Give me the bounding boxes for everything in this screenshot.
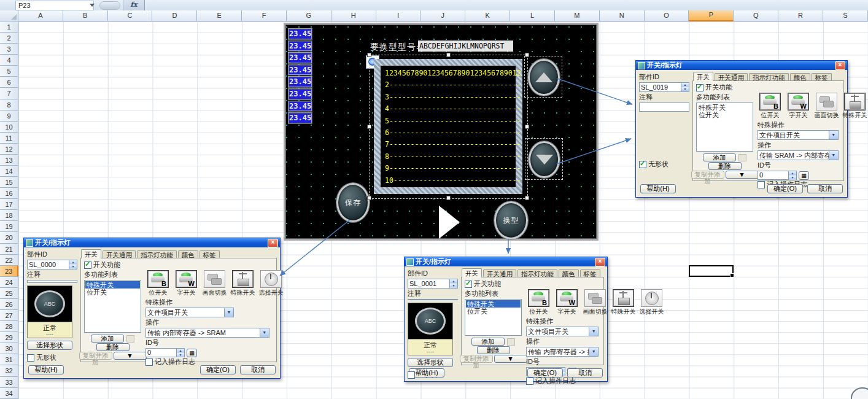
dialog-titlebar[interactable]: 开关/指示灯 × bbox=[405, 257, 607, 266]
delete-button[interactable]: 删除 bbox=[96, 343, 130, 351]
special-operation-select[interactable]: 文件项目开关 ▼ bbox=[145, 308, 234, 317]
row-header[interactable]: 8 bbox=[0, 99, 18, 110]
row-header[interactable]: 6 bbox=[0, 77, 18, 88]
name-box-dropdown-icon[interactable] bbox=[90, 4, 95, 7]
column-header[interactable]: C bbox=[108, 10, 153, 21]
tab-switch[interactable]: 开关 bbox=[462, 268, 482, 277]
chevron-down-icon[interactable]: ▼ bbox=[224, 308, 233, 317]
special-operation-select[interactable]: 文件项目开关 ▼ bbox=[758, 130, 839, 140]
id-number-spinner[interactable]: 0 ▲▼ bbox=[145, 348, 185, 357]
row-header[interactable]: 23 bbox=[0, 266, 18, 277]
screen-change-icon[interactable]: 画面切换 bbox=[814, 93, 839, 120]
selected-cell[interactable] bbox=[689, 265, 734, 277]
selection-handle[interactable] bbox=[367, 53, 371, 57]
row-header[interactable]: 20 bbox=[0, 232, 18, 243]
column-header[interactable]: I bbox=[376, 10, 421, 21]
chevron-down-icon[interactable]: ▼ bbox=[829, 151, 838, 160]
column-header[interactable]: O bbox=[645, 10, 689, 21]
selector-switch-icon[interactable]: 选择开关 bbox=[639, 289, 664, 316]
list-item-special-switch[interactable]: 特殊开关 bbox=[85, 281, 140, 289]
part-id-spinner[interactable]: SL_0001 ▲▼ bbox=[408, 279, 458, 289]
selection-handle[interactable] bbox=[446, 196, 451, 200]
column-header[interactable]: N bbox=[600, 10, 645, 21]
numeric-display[interactable]: 23.45 bbox=[288, 52, 312, 64]
device-browse-icon[interactable]: ▦ bbox=[799, 171, 809, 180]
column-header[interactable]: E bbox=[197, 10, 242, 21]
row-header[interactable]: 13 bbox=[0, 155, 18, 166]
row-header[interactable]: 17 bbox=[0, 199, 18, 210]
copy-add-dropdown-icon[interactable]: ▼ bbox=[114, 352, 147, 360]
file-item-list[interactable]: 123456789012345678901234567890122-------… bbox=[374, 59, 522, 194]
chevron-down-icon[interactable]: ▼ bbox=[589, 347, 598, 356]
chevron-down-icon[interactable]: ▼ bbox=[260, 328, 269, 337]
row-header[interactable]: 11 bbox=[0, 133, 18, 144]
column-header[interactable]: L bbox=[510, 10, 555, 21]
checkbox-icon[interactable] bbox=[758, 181, 765, 188]
selection-handle[interactable] bbox=[367, 196, 371, 200]
ok-button[interactable]: 确定(O) bbox=[527, 368, 563, 378]
comment-input[interactable] bbox=[408, 299, 458, 300]
part-id-spinner[interactable]: SL_0019 ▲▼ bbox=[639, 82, 689, 92]
row-header[interactable]: 12 bbox=[0, 144, 18, 155]
comment-input[interactable] bbox=[27, 280, 77, 283]
column-header[interactable]: D bbox=[152, 10, 197, 21]
help-button[interactable]: 帮助(H) bbox=[640, 184, 676, 193]
column-header[interactable]: K bbox=[465, 10, 510, 21]
row-header[interactable]: 1 bbox=[0, 21, 18, 33]
column-header[interactable]: M bbox=[555, 10, 600, 21]
dialog-titlebar[interactable]: 开关/指示灯 × bbox=[636, 61, 847, 70]
checkbox-icon[interactable] bbox=[465, 281, 472, 288]
scroll-down-button[interactable] bbox=[529, 141, 560, 178]
numeric-display[interactable]: 23.45 bbox=[288, 28, 312, 40]
scroll-up-button[interactable] bbox=[528, 59, 560, 96]
row-header[interactable]: 26 bbox=[0, 299, 18, 310]
spinner-arrows-icon[interactable]: ▲▼ bbox=[681, 83, 689, 91]
special-operation-select[interactable]: 文件项目开关 ▼ bbox=[526, 327, 599, 336]
ok-button[interactable]: 确定(O) bbox=[200, 365, 236, 374]
copy-add-dropdown-icon[interactable]: ▼ bbox=[726, 171, 759, 179]
selector-switch-icon[interactable]: 选择开关 bbox=[258, 270, 284, 297]
operation-select[interactable]: 传输 内部寄存器 -> 控制器/PLC ▼ bbox=[526, 347, 599, 357]
name-box[interactable]: P23 bbox=[15, 1, 94, 10]
selection-handle[interactable] bbox=[367, 125, 371, 129]
bit-switch-icon[interactable]: B 位开关 bbox=[758, 93, 783, 120]
row-header[interactable]: 27 bbox=[0, 310, 18, 321]
switch-function-checkbox[interactable]: 开关功能 bbox=[465, 279, 600, 289]
word-switch-icon[interactable]: W 字开关 bbox=[786, 93, 811, 120]
add-button[interactable]: 添加 bbox=[703, 153, 736, 161]
ok-button[interactable]: 确定(O) bbox=[767, 184, 803, 193]
column-header[interactable]: G bbox=[287, 10, 331, 21]
id-number-spinner[interactable]: 0 ▲▼ bbox=[758, 171, 797, 180]
row-header[interactable]: 4 bbox=[0, 55, 18, 66]
spinner-arrows-icon[interactable]: ▲▼ bbox=[788, 171, 796, 179]
change-model-button[interactable]: 换型 bbox=[494, 201, 528, 239]
row-header[interactable]: 10 bbox=[0, 122, 18, 133]
copy-add-dropdown-icon[interactable]: ▼ bbox=[494, 355, 527, 363]
list-item-special-switch[interactable]: 特殊开关 bbox=[697, 104, 752, 111]
special-switch-icon[interactable]: 特殊开关 bbox=[230, 270, 255, 297]
row-header[interactable]: 30 bbox=[0, 343, 18, 354]
row-header[interactable]: 33 bbox=[0, 377, 18, 388]
screen-change-icon[interactable]: 画面切换 bbox=[583, 289, 608, 316]
checkbox-icon[interactable] bbox=[639, 161, 646, 168]
row-header[interactable]: 14 bbox=[0, 166, 18, 177]
list-item-bit-switch[interactable]: 位开关 bbox=[85, 289, 140, 296]
row-header[interactable]: 22 bbox=[0, 255, 18, 266]
formula-bar-splitter[interactable] bbox=[99, 1, 120, 10]
row-header[interactable]: 15 bbox=[0, 177, 18, 188]
close-icon[interactable]: × bbox=[835, 61, 845, 70]
device-browse-icon[interactable]: ▦ bbox=[187, 349, 197, 357]
insert-function-icon[interactable]: fx bbox=[123, 0, 145, 10]
row-header[interactable]: 16 bbox=[0, 188, 18, 199]
chevron-down-icon[interactable]: ▼ bbox=[829, 131, 838, 139]
part-id-spinner[interactable]: SL_0000 ▲▼ bbox=[27, 260, 77, 269]
tab-switch[interactable]: 开关 bbox=[693, 72, 713, 81]
cancel-button[interactable]: 取消 bbox=[807, 184, 843, 193]
multifunction-listbox[interactable]: 特殊开关 位开关 bbox=[84, 280, 141, 333]
row-header[interactable]: 25 bbox=[0, 288, 18, 299]
select-all-button[interactable] bbox=[0, 10, 18, 21]
bit-switch-icon[interactable]: B 位开关 bbox=[526, 289, 551, 316]
model-name-value[interactable]: ABCDEFGHIJKLMNOPQRST bbox=[418, 41, 513, 52]
row-header[interactable]: 7 bbox=[0, 88, 18, 99]
spinner-arrows-icon[interactable]: ▲▼ bbox=[69, 260, 77, 269]
